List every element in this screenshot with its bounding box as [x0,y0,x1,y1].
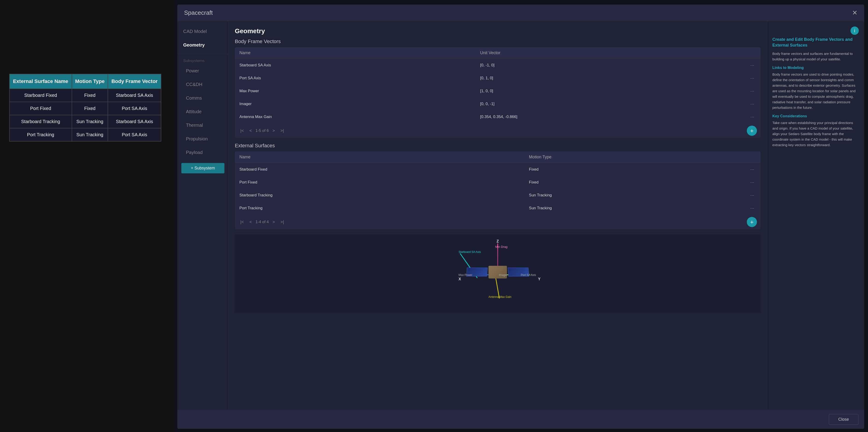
add-external-surface-button[interactable]: + [747,217,757,227]
row-more-button[interactable]: ··· [748,179,756,186]
col-header-vector: Body Frame Vector [108,74,161,89]
body-frame-vectors-card: Name Unit Vector Starboard SA Axis[0, -1… [235,47,761,138]
bfv-page-info: 1-5 of 6 [255,128,269,133]
links-to-modeling-link[interactable]: Links to Modeling [772,66,859,70]
info-main-title: Create and Edit Body Frame Vectors and E… [772,37,859,48]
bfv-col-vector: Unit Vector [475,47,744,59]
sidebar-item-thermal[interactable]: Thermal [178,119,228,132]
es-last-page-button[interactable]: >| [279,219,286,225]
sidebar-item-ccdh[interactable]: CC&DH [178,78,228,91]
table-row: Imager[0, 0, -1]··· [235,97,761,111]
es-col-name: Name [235,151,524,163]
sidebar-item-payload[interactable]: Payload [178,146,228,159]
modal-sidebar: CAD Model Geometry Subsystems Power CC&D… [178,21,228,429]
modal-overlay: Spacecraft ✕ CAD Model Geometry Subsyste… [175,0,868,432]
table-row: Port FixedFixed··· [235,176,761,189]
modal-footer: Close [178,410,864,429]
starboard-sa-axis-label: Starboard SA Axis [459,250,481,254]
info-body-text-1: Body frame vectors and surfaces are fund… [772,51,859,62]
table-row: Port TrackingSun TrackingPort SA Axis [9,128,161,141]
add-body-frame-vector-button[interactable]: + [747,126,757,136]
modal-close-button[interactable]: ✕ [852,9,858,17]
content-area: Geometry Body Frame Vectors Name Unit Ve… [228,21,864,429]
external-surfaces-title: External Surfaces [235,143,761,149]
body-frame-vectors-table: Name Unit Vector Starboard SA Axis[0, -1… [235,47,761,123]
table-row: Port FixedFixedPort SA Axis [9,102,161,115]
3d-visualization: Z Min Drag X Y Max Power Imager Port SA … [235,234,761,312]
bfv-col-actions [744,47,761,59]
min-drag-label: Min Drag [495,245,507,248]
es-pagination-bar: |< < 1-4 of 4 > >| + [235,214,761,229]
table-row: Antenna Max Gain[0.354, 0.354, -0.866]··… [235,111,761,123]
table-row: Starboard FixedFixedStarboard SA Axis [9,89,161,102]
geometry-title: Geometry [235,27,761,35]
es-col-actions [744,151,761,163]
col-header-motion: Motion Type [72,74,108,89]
row-more-button[interactable]: ··· [748,62,756,69]
table-row: Max Power[1, 0, 0]··· [235,85,761,97]
row-more-button[interactable]: ··· [748,74,756,82]
bfv-first-page-button[interactable]: |< [239,127,246,134]
sidebar-section-subsystems: Subsystems [178,56,228,64]
max-power-label: Max Power [459,273,472,277]
row-more-button[interactable]: ··· [748,100,756,107]
bfv-pagination-controls: |< < 1-5 of 6 > >| [239,127,286,134]
close-button[interactable]: Close [829,414,858,425]
sidebar-item-propulsion[interactable]: Propulsion [178,132,228,146]
body-frame-vectors-title: Body Frame Vectors [235,38,761,44]
row-more-button[interactable]: ··· [748,205,756,212]
modal-title: Spacecraft [184,9,213,17]
table-row: Port SA Axis[0, 1, 0]··· [235,72,761,85]
col-header-name: External Surface Name [9,74,72,89]
bfv-next-page-button[interactable]: > [271,127,277,134]
external-surfaces-table: External Surface Name Motion Type Body F… [9,74,161,142]
table-row: Port TrackingSun Tracking··· [235,202,761,215]
sidebar-item-power[interactable]: Power [178,64,228,78]
modal-header: Spacecraft ✕ [178,5,864,21]
row-more-button[interactable]: ··· [748,191,756,199]
main-content: Geometry Body Frame Vectors Name Unit Ve… [228,21,767,429]
spacecraft-modal: Spacecraft ✕ CAD Model Geometry Subsyste… [178,5,864,429]
z-axis-label: Z [497,239,499,243]
bfv-last-page-button[interactable]: >| [279,127,286,134]
row-more-button[interactable]: ··· [748,166,756,173]
table-row: Starboard TrackingSun TrackingStarboard … [9,115,161,128]
table-row: Starboard SA Axis[0, -1, 0]··· [235,59,761,72]
es-first-page-button[interactable]: |< [239,219,246,225]
es-next-page-button[interactable]: > [271,219,277,225]
key-considerations-heading: Key Considerations [772,114,859,118]
sidebar-item-cad-model[interactable]: CAD Model [178,25,228,38]
left-panel: External Surface Name Motion Type Body F… [0,0,175,432]
es-pagination-controls: |< < 1-4 of 4 > >| [239,219,286,225]
row-more-button[interactable]: ··· [748,113,756,120]
es-page-info: 1-4 of 4 [255,220,269,224]
es-prev-page-button[interactable]: < [247,219,254,225]
antenna-max-gain-label: Antenna Max Gain [489,295,511,299]
imager-label: Imager [499,273,507,277]
sidebar-item-comms[interactable]: Comms [178,91,228,105]
info-body-text-3: Take care when establishing your princip… [772,120,859,148]
add-subsystem-button[interactable]: + Subsystem [181,163,224,173]
port-sa-axis-label: Port SA Axis [521,273,536,277]
info-icon: i [850,27,859,35]
table-row: Starboard TrackingSun Tracking··· [235,189,761,202]
external-surfaces-card: Name Motion Type Starboard FixedFixed···… [235,151,761,229]
sidebar-item-geometry[interactable]: Geometry [178,38,228,52]
y-axis-label: Y [538,277,540,281]
es-col-motion: Motion Type [524,151,744,163]
info-body-text-2: Body frame vectors are used to drive poi… [772,72,859,111]
modal-body: CAD Model Geometry Subsystems Power CC&D… [178,21,864,429]
table-row: Starboard FixedFixed··· [235,163,761,176]
sidebar-item-attitude[interactable]: Attitude [178,105,228,119]
row-more-button[interactable]: ··· [748,87,756,94]
external-surfaces-table-modal: Name Motion Type Starboard FixedFixed···… [235,151,761,214]
bfv-prev-page-button[interactable]: < [247,127,254,134]
info-panel: i Create and Edit Body Frame Vectors and… [767,21,864,429]
bfv-pagination-bar: |< < 1-5 of 6 > >| + [235,123,761,138]
bfv-col-name: Name [235,47,475,59]
main-background: Spacecraft ✕ CAD Model Geometry Subsyste… [175,0,868,432]
x-axis-label: X [459,277,461,281]
